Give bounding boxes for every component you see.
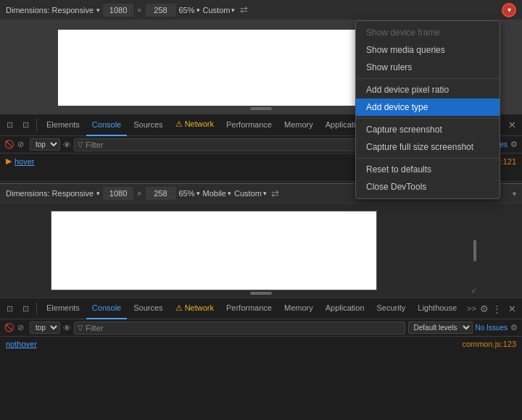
bottom-tab-console[interactable]: Console bbox=[86, 298, 127, 319]
bottom-rotate-icon[interactable]: ⇄ bbox=[270, 188, 281, 199]
bottom-mobile-dropdown[interactable]: Mobile bbox=[203, 189, 231, 198]
elements-icon[interactable]: ⊡ bbox=[3, 119, 16, 132]
bottom-more-dots-icon[interactable]: ⋮ bbox=[489, 303, 505, 314]
close-devtools-icon[interactable]: ✕ bbox=[505, 119, 519, 130]
bottom-console-link[interactable]: common.js:123 bbox=[462, 340, 516, 348]
top-dt-icons: ⊡ ⊡ bbox=[3, 119, 37, 132]
top-context-select[interactable]: top bbox=[30, 138, 60, 151]
bottom-console-word: nothover bbox=[6, 340, 37, 348]
bottom-tab-sources[interactable]: Sources bbox=[128, 298, 168, 319]
bottom-console-line: nothover common.js:123 bbox=[6, 340, 516, 348]
dimensions-label: Dimensions: Responsive bbox=[6, 6, 94, 14]
bottom-eye-icon[interactable]: 👁 bbox=[63, 324, 71, 332]
bottom-tab-security[interactable]: Security bbox=[371, 298, 412, 319]
more-options-button[interactable]: ▾ bbox=[502, 3, 516, 17]
dimensions-dropdown[interactable] bbox=[96, 7, 100, 14]
width-input[interactable] bbox=[103, 4, 133, 17]
bottom-tabs-more[interactable]: >> bbox=[464, 304, 479, 313]
bottom-tab-network[interactable]: ⚠ Network bbox=[170, 298, 220, 319]
bottom-resize-handle-bottom[interactable] bbox=[250, 292, 272, 295]
menu-item-reset-defaults[interactable]: Reset to defaults bbox=[356, 161, 500, 178]
menu-separator-1 bbox=[356, 78, 500, 79]
filter-icon: ▽ bbox=[78, 140, 83, 148]
filter-label: Filter bbox=[86, 140, 103, 149]
bottom-tabs-bar: ⊡ ⊡ Elements Console Sources ⚠ Network P… bbox=[0, 298, 522, 319]
bottom-tab-performance[interactable]: Performance bbox=[220, 298, 278, 319]
top-devtools-panel: Dimensions: Responsive × 65% Custom ⇄ ▾ … bbox=[0, 0, 522, 182]
tab-memory[interactable]: Memory bbox=[278, 114, 319, 136]
tab-console[interactable]: Console bbox=[86, 114, 127, 136]
bottom-console-icon-tab[interactable]: ⊡ bbox=[19, 302, 32, 315]
x-separator: × bbox=[137, 6, 141, 14]
bottom-x-separator: × bbox=[137, 189, 141, 198]
menu-item-capture-full-screenshot[interactable]: Capture full size screenshot bbox=[356, 138, 500, 156]
bottom-pause-icon[interactable]: ⊘ bbox=[17, 323, 24, 332]
bottom-more-arrow[interactable]: ▾ bbox=[513, 190, 516, 198]
bottom-viewport: ↙ bbox=[0, 203, 522, 298]
bottom-tab-lighthouse[interactable]: Lighthouse bbox=[412, 298, 463, 319]
bottom-viewport-white bbox=[51, 211, 377, 290]
bottom-console-output: nothover common.js:123 bbox=[0, 337, 522, 358]
bottom-zoom-dropdown[interactable]: 65% bbox=[179, 189, 200, 198]
custom-dropdown[interactable]: Custom bbox=[203, 6, 236, 14]
bottom-width-input[interactable] bbox=[103, 187, 133, 200]
bottom-issues-gear-icon[interactable]: ⚙ bbox=[510, 323, 518, 332]
tab-performance[interactable]: Performance bbox=[220, 114, 278, 136]
issues-gear-icon[interactable]: ⚙ bbox=[510, 140, 518, 149]
console-arrow-icon: ▶ bbox=[6, 156, 12, 166]
tab-elements[interactable]: Elements bbox=[41, 114, 86, 136]
console-word-hover: hover bbox=[14, 157, 35, 166]
bottom-levels-dropdown[interactable]: Default levels bbox=[408, 322, 473, 334]
top-viewport-white bbox=[58, 30, 370, 106]
zoom-dropdown[interactable]: 65% bbox=[179, 6, 200, 14]
bottom-dimensions-label: Dimensions: Responsive bbox=[6, 189, 94, 198]
rotate-icon[interactable]: ⇄ bbox=[238, 4, 249, 16]
bottom-console-bar: 🚫 ⊘ top 👁 ▽ Filter Default levels No Iss… bbox=[0, 319, 522, 337]
bottom-elements-icon[interactable]: ⊡ bbox=[3, 302, 16, 315]
menu-separator-3 bbox=[356, 158, 500, 159]
bottom-tab-memory[interactable]: Memory bbox=[278, 298, 319, 319]
bottom-settings-gear-icon[interactable]: ⚙ bbox=[480, 302, 489, 315]
bottom-filter-box: ▽ Filter bbox=[74, 322, 405, 335]
bottom-devtools-panel: Dimensions: Responsive × 65% Mobile Cust… bbox=[0, 183, 522, 358]
bottom-close-devtools-icon[interactable]: ✕ bbox=[505, 303, 519, 314]
menu-separator-2 bbox=[356, 118, 500, 119]
pause-icon[interactable]: ⊘ bbox=[17, 140, 24, 149]
menu-item-add-device-type[interactable]: Add device type bbox=[356, 98, 500, 116]
bottom-context-select[interactable]: top bbox=[30, 322, 60, 334]
context-menu: Show device frame Show media queries Sho… bbox=[355, 20, 500, 199]
bottom-clear-console-icon[interactable]: 🚫 bbox=[4, 323, 14, 332]
height-input[interactable] bbox=[146, 4, 176, 17]
console-action-icons: 🚫 ⊘ bbox=[4, 140, 24, 149]
menu-item-show-device-frame[interactable]: Show device frame bbox=[356, 24, 500, 41]
bottom-filter-icon: ▽ bbox=[78, 324, 83, 332]
bottom-resize-corner[interactable]: ↙ bbox=[471, 286, 478, 293]
bottom-tab-elements[interactable]: Elements bbox=[41, 298, 86, 319]
bottom-dt-icons: ⊡ ⊡ bbox=[3, 302, 37, 315]
console-icon-tab[interactable]: ⊡ bbox=[19, 119, 32, 132]
menu-item-capture-screenshot[interactable]: Capture screenshot bbox=[356, 121, 500, 138]
bottom-console-action-icons: 🚫 ⊘ bbox=[4, 323, 24, 332]
bottom-height-input[interactable] bbox=[146, 187, 176, 200]
menu-item-show-rulers[interactable]: Show rulers bbox=[356, 59, 500, 76]
bottom-custom-dropdown[interactable]: Custom bbox=[234, 189, 267, 198]
tab-sources[interactable]: Sources bbox=[128, 114, 168, 136]
eye-icon[interactable]: 👁 bbox=[63, 140, 71, 149]
top-resize-handle[interactable] bbox=[250, 107, 272, 110]
bottom-no-issues-badge: No Issues bbox=[476, 324, 508, 332]
menu-item-show-media-queries[interactable]: Show media queries bbox=[356, 41, 500, 59]
bottom-resize-handle-right[interactable] bbox=[473, 240, 476, 261]
menu-item-close-devtools[interactable]: Close DevTools bbox=[356, 178, 500, 196]
bottom-dimensions-dropdown[interactable] bbox=[96, 190, 100, 197]
tab-network[interactable]: ⚠ Network bbox=[170, 114, 220, 136]
clear-console-icon[interactable]: 🚫 bbox=[4, 140, 14, 149]
top-dimensions-bar: Dimensions: Responsive × 65% Custom ⇄ ▾ bbox=[0, 0, 522, 20]
menu-item-add-device-pixel-ratio[interactable]: Add device pixel ratio bbox=[356, 81, 500, 98]
bottom-filter-label: Filter bbox=[86, 324, 103, 332]
bottom-tab-application[interactable]: Application bbox=[320, 298, 370, 319]
